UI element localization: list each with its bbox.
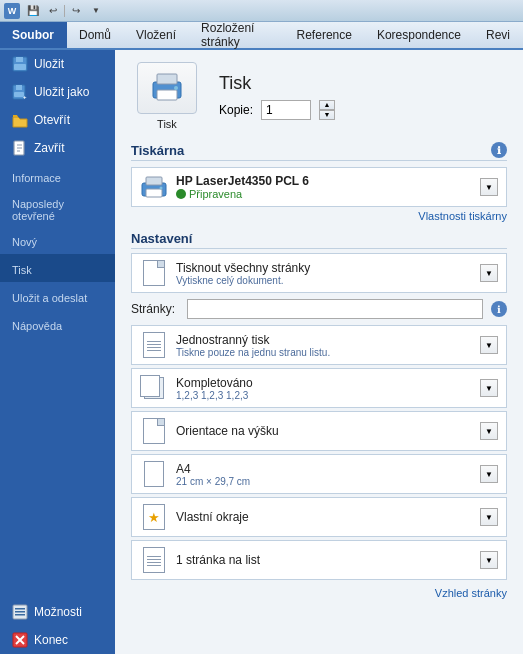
collated-dropdown[interactable]: ▼ [480, 379, 498, 397]
save-as-icon: + [12, 84, 28, 100]
qa-separator [64, 5, 65, 17]
all-pages-dropdown[interactable]: ▼ [480, 264, 498, 282]
sidebar-item-novy[interactable]: Nový [0, 226, 115, 254]
paper-size-icon [140, 460, 168, 488]
close-doc-icon [12, 140, 28, 156]
content-area: Tisk Tisk Kopie: ▲ ▼ Tiskárna ℹ [115, 50, 523, 654]
svg-rect-24 [146, 189, 162, 197]
all-pages-icon [140, 259, 168, 287]
setting-one-side[interactable]: Jednostranný tisk Tiskne pouze na jednu … [131, 325, 507, 365]
ribbon: Soubor Domů Vložení Rozložení stránky Re… [0, 22, 523, 50]
printer-properties-link-row: Vlastnosti tiskárny [131, 209, 507, 223]
copies-spinner: ▲ ▼ [319, 100, 335, 120]
sidebar-item-moznosti[interactable]: Možnosti [0, 598, 115, 626]
sidebar-item-napoveda[interactable]: Nápověda [0, 310, 115, 338]
svg-text:+: + [23, 94, 27, 100]
sidebar-item-otevrit[interactable]: Otevřít [0, 106, 115, 134]
main-layout: Uložit + Uložit jako Otevřít [0, 50, 523, 654]
svg-rect-12 [15, 608, 25, 610]
title-bar: W 💾 ↩ ↪ ▼ [0, 0, 523, 22]
sidebar-item-ulozit[interactable]: Uložit [0, 50, 115, 78]
printer-status: Připravena [176, 188, 472, 200]
margins-dropdown[interactable]: ▼ [480, 508, 498, 526]
orientation-dropdown[interactable]: ▼ [480, 422, 498, 440]
svg-rect-4 [16, 85, 22, 90]
print-header: Tisk Tisk Kopie: ▲ ▼ [131, 62, 507, 130]
pages-per-sheet-text: 1 stránka na list [176, 553, 472, 567]
options-icon [12, 604, 28, 620]
svg-rect-14 [15, 614, 25, 616]
quick-access-toolbar: 💾 ↩ ↪ ▼ [24, 3, 105, 19]
status-dot [176, 189, 186, 199]
svg-rect-13 [15, 611, 25, 613]
settings-section-title: Nastavení [131, 231, 507, 249]
paper-size-dropdown[interactable]: ▼ [480, 465, 498, 483]
copies-spin-down[interactable]: ▼ [319, 110, 335, 120]
sidebar-item-zavrit[interactable]: Zavřít [0, 134, 115, 162]
sidebar-item-ulozit-odeslat[interactable]: Uložit a odeslat [0, 282, 115, 310]
svg-rect-20 [157, 90, 177, 100]
pages-info-icon[interactable]: ℹ [491, 301, 507, 317]
redo-quick-btn[interactable]: ↪ [67, 3, 85, 19]
setting-collated[interactable]: Kompletováno 1,2,3 1,2,3 1,2,3 ▼ [131, 368, 507, 408]
sidebar-item-informace[interactable]: Informace [0, 162, 115, 190]
pages-per-sheet-dropdown[interactable]: ▼ [480, 551, 498, 569]
printer-properties-link[interactable]: Vlastnosti tiskárny [418, 210, 507, 222]
one-side-icon [140, 331, 168, 359]
printer-dropdown[interactable]: ▼ [480, 178, 498, 196]
one-side-dropdown[interactable]: ▼ [480, 336, 498, 354]
setting-paper-size[interactable]: A4 21 cm × 29,7 cm ▼ [131, 454, 507, 494]
print-button-label: Tisk [157, 118, 177, 130]
tab-korespondence[interactable]: Korespondence [365, 22, 474, 48]
setting-all-pages[interactable]: Tisknout všechny stránky Vytiskne celý d… [131, 253, 507, 293]
setting-orientation[interactable]: Orientace na výšku ▼ [131, 411, 507, 451]
margins-text: Vlastní okraje [176, 510, 472, 524]
page-setup-link[interactable]: Vzhled stránky [435, 587, 507, 599]
save-quick-btn[interactable]: 💾 [24, 3, 42, 19]
pages-row: Stránky: ℹ [131, 296, 507, 322]
svg-point-21 [174, 86, 178, 90]
tab-domu[interactable]: Domů [67, 22, 124, 48]
tab-vlozeni[interactable]: Vložení [124, 22, 189, 48]
printer-row[interactable]: HP LaserJet4350 PCL 6 Připravena ▼ [131, 167, 507, 207]
orientation-icon [140, 417, 168, 445]
print-button[interactable] [137, 62, 197, 114]
printer-section-title: Tiskárna ℹ [131, 142, 507, 161]
printer-name: HP LaserJet4350 PCL 6 [176, 174, 472, 188]
undo-quick-btn[interactable]: ↩ [44, 3, 62, 19]
copies-spin-up[interactable]: ▲ [319, 100, 335, 110]
tab-reference[interactable]: Reference [285, 22, 365, 48]
pages-input[interactable] [187, 299, 483, 319]
margins-icon: ★ [140, 503, 168, 531]
page-setup-link-row: Vzhled stránky [131, 586, 507, 600]
app-icon: W [4, 3, 20, 19]
paper-size-text: A4 21 cm × 29,7 cm [176, 462, 472, 487]
sidebar-item-konec[interactable]: Konec [0, 626, 115, 654]
svg-rect-23 [146, 177, 162, 185]
sidebar-item-ulozit-jako[interactable]: + Uložit jako [0, 78, 115, 106]
svg-point-25 [160, 187, 163, 190]
printer-icon [140, 175, 168, 199]
svg-rect-19 [157, 74, 177, 84]
pages-per-sheet-icon [140, 546, 168, 574]
setting-pages-per-sheet[interactable]: 1 stránka na list ▼ [131, 540, 507, 580]
copies-input[interactable] [261, 100, 311, 120]
tab-rozlozeni[interactable]: Rozložení stránky [189, 22, 284, 48]
printer-button-icon [149, 72, 185, 104]
sidebar-item-tisk[interactable]: Tisk [0, 254, 115, 282]
customize-quick-btn[interactable]: ▼ [87, 3, 105, 19]
svg-rect-1 [16, 57, 23, 62]
copies-row: Kopie: ▲ ▼ [219, 100, 507, 120]
save-icon [12, 56, 28, 72]
exit-icon [12, 632, 28, 648]
setting-margins[interactable]: ★ Vlastní okraje ▼ [131, 497, 507, 537]
collated-text: Kompletováno 1,2,3 1,2,3 1,2,3 [176, 376, 472, 401]
collated-icon [140, 374, 168, 402]
sidebar-item-naposledy[interactable]: Naposledy otevřené [0, 190, 115, 226]
tab-revi[interactable]: Revi [474, 22, 523, 48]
pages-label: Stránky: [131, 302, 181, 316]
tab-soubor[interactable]: Soubor [0, 22, 67, 48]
print-info: Tisk Kopie: ▲ ▼ [219, 73, 507, 120]
open-icon [12, 112, 28, 128]
printer-info-icon[interactable]: ℹ [491, 142, 507, 158]
